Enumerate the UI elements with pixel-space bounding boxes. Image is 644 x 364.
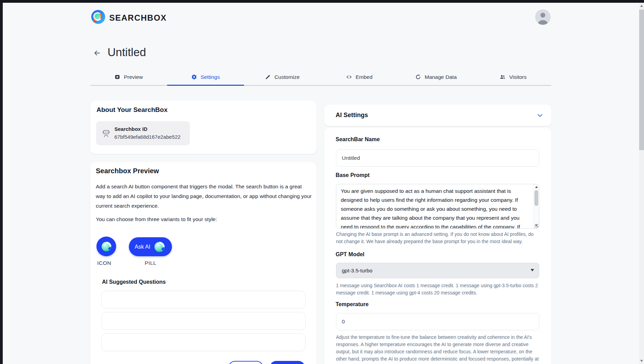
people-icon <box>499 74 506 80</box>
brand-name: SEARCHBOX <box>109 13 167 23</box>
suggested-question-input-1[interactable] <box>101 291 306 309</box>
tab-label: Visitors <box>509 74 527 80</box>
temperature-label: Temperature <box>336 301 369 308</box>
suggested-questions-title: AI Suggested Questions <box>102 279 166 285</box>
tab-label: Customize <box>274 74 299 80</box>
variant-pill-button[interactable]: Ask AI <box>129 237 172 256</box>
scroll-up-arrow-icon[interactable] <box>535 186 538 188</box>
searchbox-id-label: Searchbox ID <box>114 126 147 132</box>
user-avatar[interactable] <box>535 9 551 25</box>
primary-action-button[interactable] <box>270 361 305 364</box>
preview-icon <box>114 74 120 80</box>
page-title: Untitled <box>108 46 146 59</box>
tab-label: Preview <box>124 74 143 80</box>
tab-manage-data[interactable]: Manage Data <box>398 69 474 85</box>
ask-ai-logo-icon <box>153 240 166 253</box>
tab-label: Manage Data <box>425 74 457 80</box>
searchbox-id-box: Searchbox ID 67bf549efa68d167e2abe522 <box>96 121 190 145</box>
code-icon <box>346 74 352 80</box>
base-prompt-text: You are given supposed to act as a human… <box>336 184 533 228</box>
sync-icon <box>415 74 421 80</box>
searchbar-name-label: SearchBar Name <box>336 136 380 143</box>
preview-description: Add a search AI button component that tr… <box>96 182 312 211</box>
variant-label-icon: ICON <box>97 260 111 266</box>
gpt-model-select[interactable]: gpt-3.5-turbo <box>336 263 539 278</box>
ai-settings-header-card[interactable]: AI Settings <box>324 105 551 126</box>
tab-label: Settings <box>201 74 220 80</box>
about-title: About Your SearchBox <box>96 106 167 114</box>
temperature-input[interactable] <box>336 313 539 330</box>
searchbar-name-input[interactable] <box>336 149 539 167</box>
tab-bar: Preview Settings Customize Embed Ma <box>90 69 551 86</box>
variants-hint: You can choose from three variants to fi… <box>96 216 312 222</box>
tab-label: Embed <box>356 74 372 80</box>
searchbox-id-value: 67bf549efa68d167e2abe522 <box>114 134 181 140</box>
textarea-scrollbar-thumb[interactable] <box>534 190 538 206</box>
gear-icon <box>191 74 197 80</box>
base-prompt-textarea[interactable]: You are given supposed to act as a human… <box>336 184 539 229</box>
textarea-scrollbar[interactable] <box>533 184 539 228</box>
base-prompt-help: Changing the AI base prompt is an advanc… <box>336 231 540 245</box>
tab-embed[interactable]: Embed <box>321 69 398 85</box>
back-button[interactable] <box>92 48 103 59</box>
base-prompt-label: Base Prompt <box>336 172 370 178</box>
preview-card: Searchbox Preview Add a search AI button… <box>90 162 316 364</box>
ask-ai-logo-icon <box>100 240 113 253</box>
tab-visitors[interactable]: Visitors <box>474 69 551 85</box>
pencil-icon <box>265 74 271 80</box>
ai-settings-title: AI Settings <box>336 112 368 119</box>
browser-scrollbar[interactable] <box>639 3 644 364</box>
about-card: About Your SearchBox Searchbox ID 67bf54… <box>90 101 316 154</box>
tab-settings[interactable]: Settings <box>167 69 244 85</box>
gpt-model-help: 1 message using Searchbox AI costs 1 mes… <box>336 282 540 297</box>
suggested-question-input-3[interactable] <box>101 333 306 351</box>
suggested-question-input-2[interactable] <box>101 312 306 330</box>
chevron-down-icon[interactable] <box>536 112 543 120</box>
window-left-strip <box>0 3 3 364</box>
gpt-model-label: GPT Model <box>336 251 365 258</box>
scrollbar-up-arrow-icon[interactable] <box>640 5 643 7</box>
gpt-model-value: gpt-3.5-turbo <box>342 268 372 274</box>
temperature-help: Adjust the temperature to fine-tune the … <box>336 334 540 364</box>
tab-customize[interactable]: Customize <box>244 69 321 85</box>
searchbox-logo-icon <box>91 9 106 24</box>
back-arrow-icon <box>93 49 101 57</box>
ai-settings-card: SearchBar Name Base Prompt You are given… <box>324 128 551 364</box>
select-caret-icon <box>531 269 534 271</box>
preview-title: Searchbox Preview <box>96 167 159 175</box>
pill-label: Ask AI <box>135 244 150 250</box>
secondary-action-button[interactable] <box>228 361 263 364</box>
robot-icon <box>102 129 111 139</box>
browser-scrollbar-thumb[interactable] <box>639 10 644 150</box>
scrollbar-down-arrow-icon[interactable] <box>640 360 643 362</box>
resize-handle[interactable] <box>534 224 539 228</box>
variant-label-pill: PILL <box>145 260 156 266</box>
window-top-strip <box>0 0 644 3</box>
tab-preview[interactable]: Preview <box>90 69 167 85</box>
variant-icon-button[interactable] <box>96 237 116 256</box>
screen: SEARCHBOX Untitled Preview Settings <box>0 0 644 364</box>
